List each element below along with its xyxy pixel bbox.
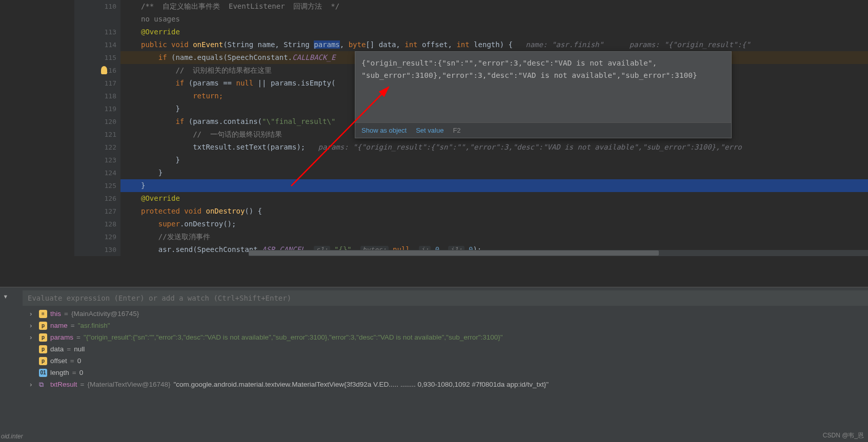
debug-toolbar[interactable]: ▾ — [0, 287, 21, 442]
code-annotation: @Override — [141, 28, 180, 36]
object-icon: ≡ — [39, 310, 47, 318]
gutter-line[interactable]: 115 — [74, 51, 120, 64]
gutter[interactable]: 110 113 114 @ 115 116 117 118 119 120 12… — [74, 0, 120, 256]
side-margin — [0, 0, 74, 256]
gutter-line[interactable]: 122 — [74, 141, 120, 154]
var-row-this[interactable]: › ≡ this = {MainActivity@16745} — [23, 308, 868, 320]
shortcut-hint: F2 — [453, 127, 460, 134]
gutter-line[interactable]: 123 — [74, 154, 120, 166]
evaluate-tooltip: {"origin_result":{"sn":"","error":3,"des… — [355, 51, 732, 138]
var-row-params[interactable]: › p params = "{"origin_result":{"sn":"",… — [23, 331, 868, 343]
gutter-line[interactable]: 127 — [74, 205, 120, 218]
code-comment: /** 自定义输出事件类 EventListener 回调方法 */ — [141, 2, 339, 10]
usages-hint[interactable]: no usages — [141, 15, 180, 23]
var-row-offset[interactable]: p offset = 0 — [23, 355, 868, 367]
gutter-line[interactable]: 119 — [74, 102, 120, 115]
inline-hint: params: "{"origin_result":{"sn":"","erro… — [318, 143, 742, 151]
gutter-line[interactable]: 129 — [74, 230, 120, 243]
watermark: CSDN @韦_恩 — [823, 431, 864, 440]
debug-panel: ▾ › ≡ this = {MainActivity@16745} › p na… — [0, 287, 868, 442]
inline-hint: params: "{"origin_result":{" — [630, 40, 751, 49]
gutter-line[interactable]: 120 — [74, 115, 120, 128]
code-line-114[interactable]: public void onEvent(String name, String … — [120, 38, 868, 51]
gutter-line[interactable]: 121 — [74, 128, 120, 141]
expand-icon[interactable]: › — [30, 333, 36, 341]
gutter-line[interactable]: 118 — [74, 90, 120, 102]
gutter-line[interactable]: 116 — [74, 64, 120, 77]
status-left: oid.inter — [1, 433, 23, 440]
var-row-name[interactable]: › p name = "asr.finish" — [23, 320, 868, 331]
show-as-object-link[interactable]: Show as object — [361, 127, 407, 134]
gutter-line[interactable]: 126 — [74, 192, 120, 205]
field-link-icon: ⧉ — [39, 381, 47, 389]
gutter-line[interactable]: 113 — [74, 26, 120, 38]
var-row-txtresult[interactable]: › ⧉ txtResult = {MaterialTextView@16748}… — [23, 378, 868, 390]
evaluate-expression-input[interactable] — [23, 290, 868, 306]
tooltip-value: {"origin_result":{"sn":"","error":3,"des… — [355, 52, 731, 87]
dropdown-icon[interactable]: ▾ — [3, 291, 21, 301]
expand-icon[interactable]: › — [30, 322, 36, 329]
int-icon: 01 — [39, 369, 47, 377]
param-icon: p — [39, 333, 47, 342]
set-value-link[interactable]: Set value — [416, 127, 443, 134]
gutter-line[interactable]: 128 — [74, 218, 120, 230]
gutter-line[interactable]: 125 — [74, 179, 120, 192]
param-icon: p — [39, 345, 47, 353]
var-row-data[interactable]: p data = null — [23, 343, 868, 355]
scrollbar-thumb[interactable] — [249, 250, 659, 256]
debug-variables: › ≡ this = {MainActivity@16745} › p name… — [23, 287, 868, 442]
gutter-line[interactable] — [74, 13, 120, 26]
gutter-line[interactable]: 117 — [74, 77, 120, 90]
expand-icon[interactable]: › — [30, 310, 36, 318]
gutter-line[interactable]: 114 @ — [74, 38, 120, 51]
var-row-length[interactable]: 01 length = 0 — [23, 367, 868, 378]
tooltip-footer: Show as object Set value F2 — [355, 122, 731, 138]
expand-icon[interactable]: › — [30, 381, 36, 388]
horizontal-scrollbar[interactable] — [249, 250, 868, 256]
param-icon: p — [39, 357, 47, 365]
gutter-line[interactable]: 130 — [74, 243, 120, 256]
inline-hint: name: "asr.finish" — [526, 40, 603, 49]
current-line[interactable]: } — [120, 179, 868, 192]
gutter-line[interactable]: 124 — [74, 166, 120, 179]
intention-bulb-icon[interactable] — [101, 66, 107, 74]
param-icon: p — [39, 322, 47, 330]
gutter-line[interactable]: 110 — [74, 0, 120, 13]
